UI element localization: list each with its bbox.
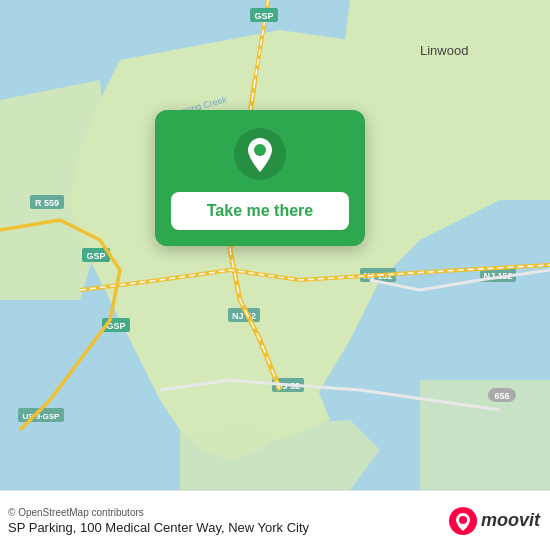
bottom-bar: © OpenStreetMap contributors SP Parking,… (0, 490, 550, 550)
location-pin-icon (234, 128, 286, 180)
take-me-there-button[interactable]: Take me there (171, 192, 349, 230)
map-container: GSP R 559 GSP GSP US 9·GSP NJ 152 NJ 52 … (0, 0, 550, 490)
svg-text:656: 656 (494, 391, 509, 401)
location-card: Take me there (155, 110, 365, 246)
svg-text:GSP: GSP (86, 251, 105, 261)
svg-point-28 (459, 516, 467, 524)
svg-point-26 (254, 144, 266, 156)
svg-text:R 559: R 559 (35, 198, 59, 208)
moovit-logo: moovit (449, 507, 540, 535)
copyright-text: © OpenStreetMap contributors (8, 507, 309, 518)
svg-text:Linwood: Linwood (420, 43, 468, 58)
location-text: SP Parking, 100 Medical Center Way, New … (8, 520, 309, 535)
svg-text:GSP: GSP (254, 11, 273, 21)
moovit-label: moovit (481, 510, 540, 531)
bottom-left-info: © OpenStreetMap contributors SP Parking,… (8, 507, 309, 535)
moovit-icon (449, 507, 477, 535)
